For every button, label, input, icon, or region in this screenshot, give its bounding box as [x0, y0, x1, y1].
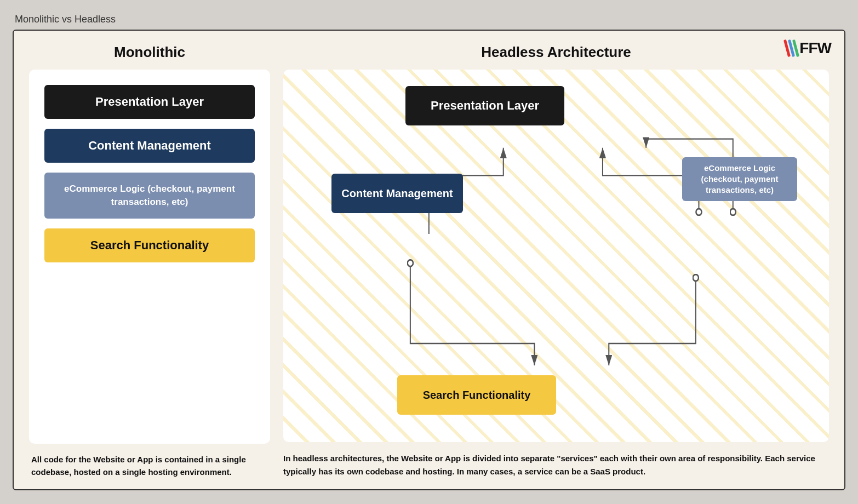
right-column: Headless Architecture — [283, 44, 829, 478]
mono-description: All code for the Website or App is conta… — [29, 454, 270, 478]
monolithic-card: Presentation Layer Content Management eC… — [29, 70, 270, 444]
logo-lines — [786, 39, 797, 57]
page-container: Monolithic vs Headless FFW Monolithic Pr… — [13, 14, 845, 490]
left-column: Monolithic Presentation Layer Content Ma… — [29, 44, 270, 478]
mono-content-block: Content Management — [44, 129, 255, 163]
headless-inner: Presentation Layer Content Management eC… — [283, 70, 829, 442]
monolithic-title: Monolithic — [29, 44, 270, 61]
logo: FFW — [786, 39, 831, 57]
headless-presentation-block: Presentation Layer — [405, 86, 564, 125]
diagram-arrows — [299, 81, 814, 431]
columns-row: Monolithic Presentation Layer Content Ma… — [29, 44, 829, 478]
mono-search-block: Search Functionality — [44, 228, 255, 262]
headless-diagram: Presentation Layer Content Management eC… — [299, 81, 814, 431]
headless-ecommerce-block: eCommerce Logic (checkout, payment trans… — [682, 157, 797, 201]
main-card: FFW Monolithic Presentation Layer Conten… — [13, 30, 845, 490]
page-title: Monolithic vs Headless — [13, 14, 845, 25]
headless-search-block: Search Functionality — [397, 375, 556, 415]
headless-title: Headless Architecture — [283, 44, 829, 61]
headless-description: In headless architectures, the Website o… — [283, 452, 829, 478]
logo-text: FFW — [799, 39, 831, 57]
headless-card: Presentation Layer Content Management eC… — [283, 70, 829, 442]
mono-presentation-block: Presentation Layer — [44, 85, 255, 119]
headless-content-block: Content Management — [331, 174, 463, 213]
headless-bottom: In headless architectures, the Website o… — [283, 452, 829, 478]
mono-ecommerce-block: eCommerce Logic (checkout, payment trans… — [44, 173, 255, 219]
